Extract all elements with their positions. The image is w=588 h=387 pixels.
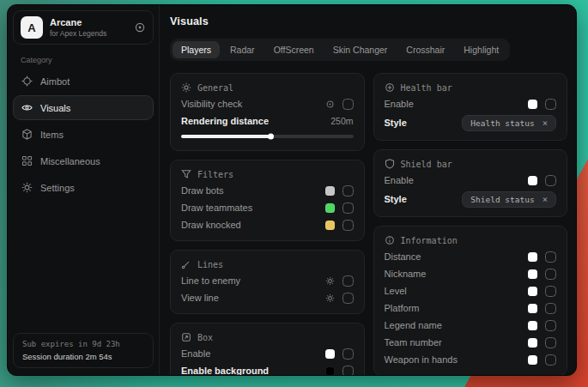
setting-row: Nickname [385,265,557,282]
setting-row: Style Shield status × [385,189,557,209]
setting-row: Draw bots [181,182,354,199]
tab-offscreen[interactable]: OffScreen [265,41,323,58]
sidebar-item-aimbot[interactable]: Aimbot [13,69,154,94]
row-label: Nickname [385,269,529,279]
gear-icon[interactable] [325,276,335,286]
sidebar-item-label: Miscellaneous [40,156,100,166]
health-style-select[interactable]: Health status × [462,115,556,131]
sidebar: A Arcane for Apex Legends Category Aimbo… [8,5,160,375]
slider-fill [181,135,270,138]
color-swatch[interactable] [528,338,537,348]
color-swatch[interactable] [528,269,537,279]
checkbox[interactable] [545,286,556,297]
checkbox[interactable] [342,293,354,304]
setting-row: Distance [385,248,557,265]
line-tool-icon [181,259,191,269]
checkbox[interactable] [342,220,354,231]
sidebar-item-visuals[interactable]: Visuals [13,95,154,120]
color-swatch[interactable] [528,321,537,330]
panel-filters: Filters Draw bots Draw teammates [170,160,365,241]
row-label: Style [385,118,463,128]
app-header: A Arcane for Apex Legends [13,10,154,45]
panel-shield-bar: Shield bar Enable Style Shield status [373,149,568,217]
app-logo: A [21,16,43,39]
checkbox[interactable] [545,320,556,331]
checkbox[interactable] [545,99,556,110]
checkbox[interactable] [545,354,556,366]
tab-highlight[interactable]: Highlight [455,41,507,58]
row-label: View line [181,293,325,303]
health-icon [385,82,395,93]
app-title: Arcane [50,17,106,29]
color-swatch[interactable] [325,349,335,359]
page-title: Visuals [170,15,567,27]
tab-bar: Players Radar OffScreen Skin Changer Cro… [170,39,510,61]
sidebar-item-settings[interactable]: Settings [13,175,154,200]
eye-gear-icon[interactable] [325,100,335,109]
checkbox[interactable] [342,203,354,214]
grid-icon [21,155,33,166]
checkbox[interactable] [545,175,556,186]
row-label: Line to enemy [181,275,325,286]
setting-row: Draw knocked [181,216,354,233]
checkbox[interactable] [545,337,556,348]
shield-style-select[interactable]: Shield status × [462,191,556,208]
color-swatch[interactable] [528,287,537,296]
setting-row: Platform [385,299,557,317]
color-swatch[interactable] [528,100,537,109]
color-swatch[interactable] [528,355,537,365]
cube-icon [21,129,33,140]
setting-row: Line to enemy [181,272,354,289]
row-label: Legend name [385,320,529,330]
panel-health-bar: Health bar Enable Style Health status [373,73,568,141]
checkbox[interactable] [342,275,354,287]
target-icon[interactable] [134,21,146,33]
color-swatch[interactable] [325,203,335,213]
setting-row: Legend name [385,317,557,334]
setting-row: Weapon in hands [385,351,557,368]
checkbox[interactable] [545,269,556,280]
subscription-info: Sub expires in 9d 23h Session duration 2… [13,333,154,368]
color-swatch[interactable] [528,252,537,262]
app-window: A Arcane for Apex Legends Category Aimbo… [7,4,577,376]
checkbox[interactable] [342,366,354,376]
checkbox[interactable] [342,348,354,360]
panel-title: Shield bar [401,160,452,169]
sub-expires-text: Sub expires in 9d 23h [22,340,144,348]
color-swatch[interactable] [528,304,537,313]
tab-crosshair[interactable]: Crosshair [397,41,453,58]
panel-box: Box Enable Enable background [170,323,365,375]
sidebar-item-miscellaneous[interactable]: Miscellaneous [13,148,154,173]
color-swatch[interactable] [528,176,537,185]
rendering-distance-slider[interactable] [181,132,354,141]
slider-thumb[interactable] [268,133,274,139]
setting-row: Enable [385,172,557,189]
setting-row: Rendering distance 250m [181,112,354,130]
checkbox[interactable] [342,99,354,110]
setting-row: View line [181,289,354,306]
funnel-icon [181,169,191,179]
row-label: Draw teammates [181,203,325,213]
color-swatch[interactable] [325,221,335,230]
color-swatch[interactable] [325,186,335,196]
row-label: Enable [385,99,529,109]
info-icon [385,235,395,245]
session-duration-text: Session duration 2m 54s [22,352,144,361]
clear-icon[interactable]: × [543,118,548,128]
checkbox[interactable] [545,303,556,314]
main-content: Visuals Players Radar OffScreen Skin Cha… [160,5,576,375]
clear-icon[interactable]: × [543,195,548,204]
checkbox[interactable] [545,251,556,263]
panel-general: General Visibility check [170,73,365,151]
sidebar-item-items[interactable]: Items [13,122,154,147]
color-swatch[interactable] [325,366,335,376]
tab-players[interactable]: Players [173,41,220,58]
panel-lines: Lines Line to enemy [170,250,365,314]
checkbox[interactable] [342,185,354,197]
setting-row: Enable [385,95,557,112]
sun-icon [181,82,191,93]
panel-title: General [197,83,233,93]
tab-skin-changer[interactable]: Skin Changer [324,41,397,58]
gear-icon[interactable] [325,293,335,303]
tab-radar[interactable]: Radar [221,41,264,58]
